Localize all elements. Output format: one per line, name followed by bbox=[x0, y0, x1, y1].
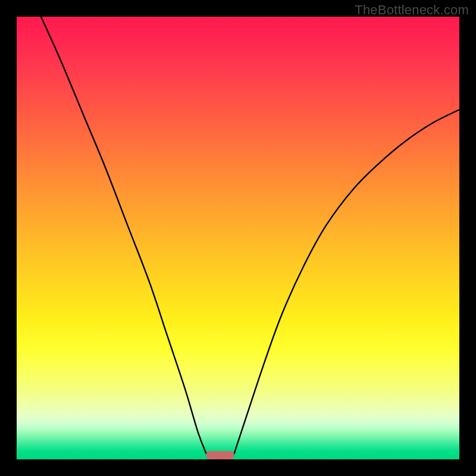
bottleneck-marker bbox=[206, 451, 234, 459]
plot-area bbox=[17, 17, 459, 459]
watermark-text: TheBottleneck.com bbox=[355, 2, 469, 18]
right-curve bbox=[234, 109, 459, 455]
curves-layer bbox=[17, 17, 459, 459]
left-curve bbox=[41, 17, 207, 455]
chart-frame: TheBottleneck.com bbox=[0, 0, 476, 476]
